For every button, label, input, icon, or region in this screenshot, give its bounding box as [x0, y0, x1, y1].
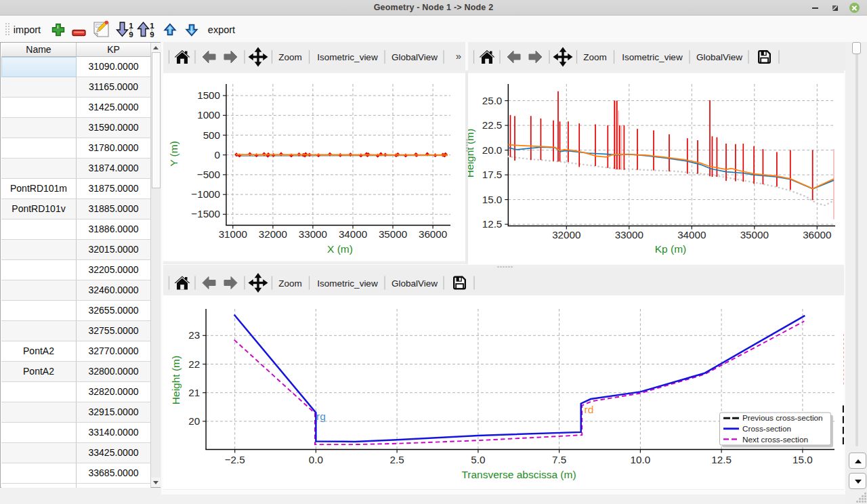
svg-text:Zoom: Zoom [278, 52, 302, 62]
svg-text:Y (m): Y (m) [168, 141, 179, 167]
svg-text:2.5: 2.5 [390, 454, 404, 465]
svg-text:22: 22 [188, 358, 200, 370]
svg-text:Isometric_view: Isometric_view [317, 278, 378, 289]
svg-text:Isometric_view: Isometric_view [622, 52, 683, 62]
svg-text:−2.5: −2.5 [225, 454, 245, 465]
svg-text:32000: 32000 [552, 229, 580, 240]
svg-text:36000: 36000 [419, 228, 447, 240]
svg-text:15.0: 15.0 [482, 194, 503, 205]
svg-text:Next cross-section: Next cross-section [742, 435, 808, 444]
svg-text:36000: 36000 [803, 229, 831, 240]
svg-text:import: import [14, 24, 41, 35]
svg-text:22.5: 22.5 [482, 119, 503, 131]
svg-text:21: 21 [188, 387, 200, 398]
svg-text:1500: 1500 [197, 89, 220, 101]
svg-text:35000: 35000 [379, 228, 407, 240]
svg-text:Isometric_view: Isometric_view [317, 52, 378, 62]
svg-text:25.0: 25.0 [482, 95, 503, 106]
svg-text:31000: 31000 [219, 228, 247, 240]
svg-text:−500: −500 [197, 169, 220, 180]
svg-text:20: 20 [188, 415, 200, 427]
svg-text:32000: 32000 [259, 228, 287, 240]
svg-text:20.0: 20.0 [482, 144, 503, 156]
svg-text:Previous cross-section: Previous cross-section [742, 413, 823, 423]
svg-text:500: 500 [203, 129, 220, 141]
svg-text:17.5: 17.5 [482, 169, 503, 180]
svg-text:33000: 33000 [299, 228, 327, 240]
svg-text:34000: 34000 [339, 228, 367, 240]
svg-text:12.5: 12.5 [711, 454, 732, 465]
svg-text:12.5: 12.5 [482, 218, 503, 230]
svg-text:5.0: 5.0 [471, 454, 485, 465]
svg-text:0: 0 [215, 149, 220, 161]
svg-text:GlobalView: GlobalView [392, 278, 438, 289]
svg-text:Height (m): Height (m) [170, 356, 182, 404]
svg-text:»: » [456, 50, 461, 62]
svg-text:Kp (m): Kp (m) [655, 243, 687, 255]
svg-text:0.0: 0.0 [309, 454, 323, 465]
svg-text:−1000: −1000 [191, 188, 220, 200]
svg-text:33000: 33000 [615, 229, 643, 240]
svg-text:23: 23 [188, 329, 200, 341]
svg-text:9: 9 [150, 30, 154, 39]
svg-text:10.0: 10.0 [631, 454, 651, 465]
svg-text:35000: 35000 [740, 229, 769, 240]
svg-text:Zoom: Zoom [278, 278, 302, 289]
svg-text:15.0: 15.0 [792, 454, 813, 465]
svg-text:X (m): X (m) [327, 243, 353, 255]
svg-text:9: 9 [129, 30, 133, 39]
svg-text:7.5: 7.5 [552, 454, 566, 465]
svg-text:GlobalView: GlobalView [392, 52, 438, 62]
svg-text:rd: rd [585, 404, 594, 415]
svg-text:1: 1 [150, 22, 154, 30]
svg-text:1: 1 [129, 22, 133, 30]
svg-text:−1500: −1500 [191, 208, 220, 219]
svg-text:Height (m): Height (m) [468, 129, 475, 177]
svg-text:Transverse abscissa (m): Transverse abscissa (m) [461, 469, 576, 480]
svg-text:GlobalView: GlobalView [696, 52, 742, 62]
svg-text:1000: 1000 [197, 109, 220, 121]
svg-text:rg: rg [316, 411, 326, 422]
svg-text:export: export [208, 24, 235, 35]
svg-text:34000: 34000 [677, 229, 706, 240]
svg-text:Zoom: Zoom [583, 52, 607, 62]
svg-text:Cross-section: Cross-section [742, 424, 791, 434]
